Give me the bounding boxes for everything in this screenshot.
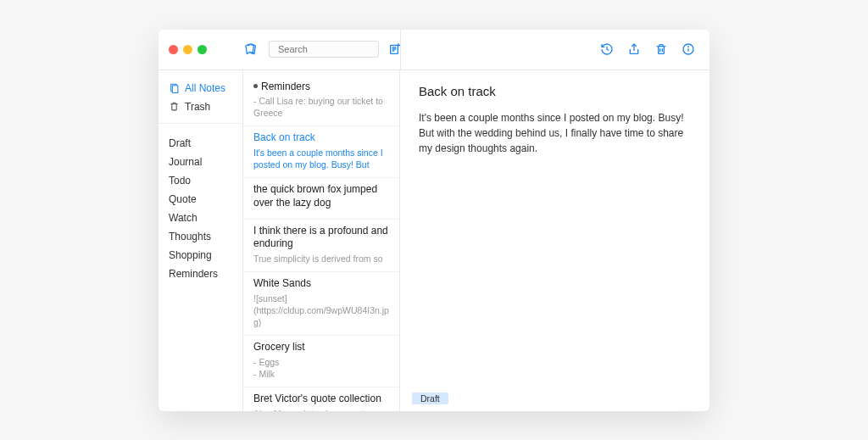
close-window-button[interactable] <box>169 45 178 54</box>
trash-icon[interactable] <box>654 42 669 57</box>
svg-rect-15 <box>172 86 178 93</box>
history-icon[interactable] <box>599 42 615 57</box>
note-list: Reminders- Call Lisa re: buying our tick… <box>243 70 400 411</box>
notes-icon <box>169 82 180 93</box>
sidebar-tag-quote[interactable]: Quote <box>159 190 242 209</box>
info-icon[interactable] <box>681 42 696 57</box>
sidebar-trash-label: Trash <box>185 101 210 113</box>
editor-footer: Draft <box>400 387 709 411</box>
tags-icon[interactable] <box>243 42 259 57</box>
note-item[interactable]: Grocery list- Eggs - Milk <box>243 336 399 387</box>
note-preview: It's been a couple months since I posted… <box>253 147 389 170</box>
sidebar-all-notes-label: All Notes <box>185 82 225 94</box>
sidebar-tag-journal[interactable]: Journal <box>159 153 242 171</box>
app-window: All Notes Trash DraftJournalTodoQuoteWat… <box>159 30 709 411</box>
sidebar-tag-shopping[interactable]: Shopping <box>159 246 242 265</box>
traffic-lights <box>159 45 243 54</box>
note-title: Bret Victor's quote collection <box>253 393 389 406</box>
note-title: White Sands <box>253 277 389 291</box>
sidebar-tag-draft[interactable]: Draft <box>159 134 242 153</box>
note-item[interactable]: I think there is a profound and enduring… <box>243 220 399 272</box>
note-title: Grocery list <box>253 341 389 354</box>
sidebar-tag-todo[interactable]: Todo <box>159 171 242 190</box>
note-preview: Alan Moore: interview on mtv.com I have … <box>253 408 389 411</box>
note-item[interactable]: the quick brown fox jumped over the lazy… <box>243 178 399 219</box>
sidebar-tag-reminders[interactable]: Reminders <box>159 265 242 283</box>
note-preview: - Eggs - Milk <box>253 356 389 380</box>
minimize-window-button[interactable] <box>183 45 192 54</box>
note-title: the quick brown fox jumped over the lazy… <box>253 183 389 209</box>
note-title: Reminders <box>253 81 389 94</box>
editor-pane: Back on track It's been a couple months … <box>400 70 709 411</box>
editor-title: Back on track <box>419 84 691 98</box>
sidebar: All Notes Trash DraftJournalTodoQuoteWat… <box>159 70 243 411</box>
trash-small-icon <box>169 101 180 112</box>
note-title: Back on track <box>253 131 389 145</box>
svg-point-13 <box>688 47 689 47</box>
note-preview: - Call Lisa re: buying our ticket to Gre… <box>253 95 389 119</box>
note-preview: True simplicity is derived from so <box>253 253 389 265</box>
note-item[interactable]: Back on trackIt's been a couple months s… <box>243 126 399 178</box>
columns: All Notes Trash DraftJournalTodoQuoteWat… <box>159 70 709 411</box>
sidebar-tag-thoughts[interactable]: Thoughts <box>159 227 242 246</box>
sidebar-trash[interactable]: Trash <box>159 97 242 116</box>
note-item[interactable]: Reminders- Call Lisa re: buying our tick… <box>243 75 399 127</box>
note-title: I think there is a profound and enduring <box>253 225 389 251</box>
search-input[interactable] <box>278 44 395 54</box>
note-item[interactable]: Bret Victor's quote collectionAlan Moore… <box>243 387 399 411</box>
tag-list: DraftJournalTodoQuoteWatchThoughtsShoppi… <box>159 131 242 283</box>
editor-content[interactable]: Back on track It's been a couple months … <box>400 70 709 387</box>
note-preview: ![sunset](https://cldup.com/9wpWU84I3n.j… <box>253 292 389 329</box>
note-item[interactable]: White Sands![sunset](https://cldup.com/9… <box>243 272 399 336</box>
share-icon[interactable] <box>626 42 642 57</box>
titlebar <box>159 30 709 70</box>
bullet-icon <box>253 84 258 88</box>
fullscreen-window-button[interactable] <box>198 45 207 54</box>
sidebar-all-notes[interactable]: All Notes <box>159 79 242 97</box>
search-box[interactable] <box>269 41 379 58</box>
editor-body: It's been a couple months since I posted… <box>419 110 691 156</box>
tag-chip-draft[interactable]: Draft <box>412 393 448 404</box>
sidebar-tag-watch[interactable]: Watch <box>159 209 242 227</box>
